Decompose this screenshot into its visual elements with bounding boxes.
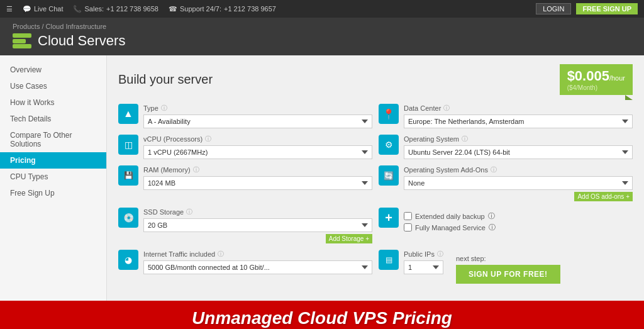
bottom-banner-text: Unmanaged Cloud VPS Pricing [192, 308, 452, 328]
os-addons-info-icon[interactable]: ⓘ [491, 165, 497, 174]
ssd-config: 💿 SSD Storage ⓘ 20 GB Add Storage + [118, 208, 372, 243]
extended-backup-input[interactable] [404, 212, 412, 220]
vcpu-config: ◫ vCPU (Processors) ⓘ 1 vCPU (2667MHz) [118, 135, 372, 159]
os-select[interactable]: Ubuntu Server 22.04 (LTS) 64-bit [404, 145, 633, 159]
ssd-select[interactable]: 20 GB [143, 218, 372, 232]
sidebar-item-free-signup[interactable]: Free Sign Up [0, 185, 106, 201]
os-addons-details: Operating System Add-Ons ⓘ None Add OS a… [404, 165, 633, 201]
traffic-select[interactable]: 5000 GB/month connected at 10 Gbit/... [143, 260, 372, 274]
extras-config: + Extended daily backup ⓘ Fully Managed … [379, 208, 633, 243]
main-content: Build your server $0.005/hour ($4/Month)… [107, 55, 644, 301]
type-details: Type ⓘ A - Availability [143, 104, 372, 128]
traffic-details: Internet Traffic included ⓘ 5000 GB/mont… [143, 250, 372, 274]
ssd-details: SSD Storage ⓘ 20 GB Add Storage + [143, 208, 372, 243]
vcpu-label: vCPU (Processors) ⓘ [143, 135, 372, 143]
vcpu-info-icon[interactable]: ⓘ [205, 135, 211, 143]
public-ip-config: ▤ Public IPs ⓘ 1 [379, 250, 443, 274]
os-icon: ⚙ [379, 135, 399, 155]
sidebar: Overview Use Cases How it Works Tech Det… [0, 55, 107, 301]
sidebar-item-compare[interactable]: Compare To Other Solutions [0, 127, 106, 152]
top-nav-left: ☰ 💬 Live Chat 📞 Sales: +1 212 738 9658 ☎… [6, 5, 276, 13]
login-button[interactable]: LOGIN [536, 3, 571, 14]
sidebar-item-how-it-works[interactable]: How it Works [0, 94, 106, 111]
ssd-label: SSD Storage ⓘ [143, 208, 372, 216]
type-label: Type ⓘ [143, 104, 372, 113]
phone-icon: 📞 [73, 5, 82, 13]
type-icon: ▲ [118, 104, 138, 124]
top-navigation: ☰ 💬 Live Chat 📞 Sales: +1 212 738 9658 ☎… [0, 0, 644, 18]
datacenter-icon: 📍 [379, 104, 399, 124]
os-addons-select[interactable]: None [404, 176, 633, 190]
extended-backup-checkbox[interactable]: Extended daily backup ⓘ [404, 211, 633, 221]
fully-managed-input[interactable] [404, 223, 412, 231]
traffic-label: Internet Traffic included ⓘ [143, 250, 372, 259]
os-info-icon[interactable]: ⓘ [462, 135, 468, 143]
sidebar-item-cpu-types[interactable]: CPU Types [0, 169, 106, 185]
os-addons-config: 🔄 Operating System Add-Ons ⓘ None Add OS… [379, 165, 633, 201]
type-config: ▲ Type ⓘ A - Availability [118, 104, 372, 128]
ram-config: 💾 RAM (Memory) ⓘ 1024 MB [118, 165, 372, 201]
headset-icon: ☎ [169, 5, 177, 13]
sidebar-item-tech-details[interactable]: Tech Details [0, 111, 106, 127]
datacenter-select[interactable]: Europe: The Netherlands, Amsterdam [404, 114, 633, 128]
support-phone: ☎ Support 24/7: +1 212 738 9657 [169, 5, 276, 13]
free-signup-button[interactable]: FREE SIGN UP [576, 3, 638, 14]
ssd-icon: 💿 [118, 208, 138, 228]
backup-info-icon[interactable]: ⓘ [488, 211, 495, 221]
bottom-banner: Unmanaged Cloud VPS Pricing [0, 301, 644, 329]
os-addons-label: Operating System Add-Ons ⓘ [404, 165, 633, 174]
traffic-info-icon[interactable]: ⓘ [218, 250, 224, 259]
ram-select[interactable]: 1024 MB [143, 176, 372, 190]
datacenter-info-icon[interactable]: ⓘ [443, 104, 450, 113]
datacenter-label: Data Center ⓘ [404, 104, 633, 113]
public-ip-icon: ▤ [379, 250, 399, 270]
next-step: next step: SIGN UP FOR FREE! [456, 255, 560, 284]
ram-details: RAM (Memory) ⓘ 1024 MB [143, 165, 372, 190]
hamburger-icon[interactable]: ☰ [6, 5, 13, 13]
vcpu-select[interactable]: 1 vCPU (2667MHz) [143, 145, 372, 159]
ram-icon: 💾 [118, 165, 138, 186]
add-os-addons-link[interactable]: Add OS add-ons + [574, 192, 633, 201]
extras-details: Extended daily backup ⓘ Fully Managed Se… [404, 208, 633, 234]
live-chat[interactable]: 💬 Live Chat [23, 5, 63, 13]
sales-phone: 📞 Sales: +1 212 738 9658 [73, 5, 158, 13]
ram-label: RAM (Memory) ⓘ [143, 165, 372, 174]
price-main: $0.005/hour [567, 73, 625, 82]
public-ip-info-icon[interactable]: ⓘ [437, 250, 443, 259]
os-addons-icon: 🔄 [379, 165, 399, 186]
main-layout: Overview Use Cases How it Works Tech Det… [0, 55, 644, 301]
cloud-servers-icon [13, 33, 31, 48]
public-ip-and-next: ▤ Public IPs ⓘ 1 next step: SIGN UP FOR … [379, 250, 633, 284]
page-title: Cloud Servers [13, 33, 631, 49]
traffic-icon: ◕ [118, 250, 138, 270]
managed-info-icon[interactable]: ⓘ [489, 223, 496, 232]
config-grid: ▲ Type ⓘ A - Availability 📍 Data Center [118, 104, 633, 284]
content-title: Build your server [118, 72, 213, 87]
type-info-icon[interactable]: ⓘ [161, 104, 167, 113]
ram-info-icon[interactable]: ⓘ [193, 165, 199, 174]
os-label: Operating System ⓘ [404, 135, 633, 143]
os-config: ⚙ Operating System ⓘ Ubuntu Server 22.04… [379, 135, 633, 159]
add-storage-link[interactable]: Add Storage + [326, 234, 372, 243]
signup-free-button[interactable]: SIGN UP FOR FREE! [456, 265, 560, 284]
vcpu-details: vCPU (Processors) ⓘ 1 vCPU (2667MHz) [143, 135, 372, 159]
public-ip-details: Public IPs ⓘ 1 [404, 250, 443, 274]
extras-icon: + [379, 208, 399, 228]
sidebar-item-use-cases[interactable]: Use Cases [0, 78, 106, 94]
ssd-info-icon[interactable]: ⓘ [186, 208, 192, 216]
content-header: Build your server $0.005/hour ($4/Month) [118, 64, 633, 95]
page-header: Products / Cloud Infrastructure Cloud Se… [0, 18, 644, 55]
checkbox-group: Extended daily backup ⓘ Fully Managed Se… [404, 211, 633, 232]
public-ip-label: Public IPs ⓘ [404, 250, 443, 259]
datacenter-config: 📍 Data Center ⓘ Europe: The Netherlands,… [379, 104, 633, 128]
sidebar-item-overview[interactable]: Overview [0, 62, 106, 78]
next-step-label: next step: [456, 255, 486, 262]
fully-managed-checkbox[interactable]: Fully Managed Service ⓘ [404, 223, 633, 232]
sidebar-item-pricing[interactable]: Pricing [0, 152, 106, 169]
os-details: Operating System ⓘ Ubuntu Server 22.04 (… [404, 135, 633, 159]
public-ip-select[interactable]: 1 [404, 260, 443, 274]
type-select[interactable]: A - Availability [143, 114, 372, 128]
chat-icon: 💬 [23, 5, 31, 13]
datacenter-details: Data Center ⓘ Europe: The Netherlands, A… [404, 104, 633, 128]
vcpu-icon: ◫ [118, 135, 138, 155]
